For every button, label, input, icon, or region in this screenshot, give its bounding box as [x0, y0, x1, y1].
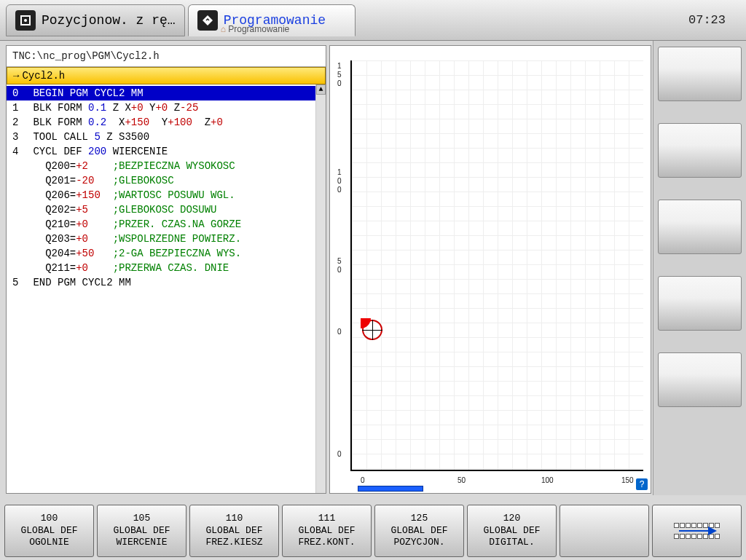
- softkey-125[interactable]: 125GLOBAL DEFPOZYCJON.: [374, 505, 464, 557]
- side-button-1[interactable]: [658, 47, 742, 101]
- code-line[interactable]: 4 CYCL DEF 200 WIERCENIE: [7, 144, 315, 159]
- axis-y: [350, 60, 352, 471]
- svg-point-1: [24, 19, 27, 22]
- file-path: TNC:\nc_prog\PGM\Cycl2.h: [7, 46, 326, 67]
- softkey-111[interactable]: 111GLOBAL DEFFREZ.KONT.: [282, 505, 372, 557]
- code-line[interactable]: Q200=+2 ;BEZPIECZNA WYSOKOSC: [7, 159, 315, 173]
- code-line[interactable]: 3 TOOL CALL 5 Z S3500: [7, 130, 315, 144]
- softkey-105[interactable]: 105GLOBAL DEFWIERCENIE: [97, 505, 186, 557]
- code-line[interactable]: Q211=+0 ;PRZERWA CZAS. DNIE: [7, 261, 315, 275]
- graphic-scrollbar[interactable]: [358, 486, 423, 492]
- axis-x: [350, 470, 643, 471]
- side-button-5[interactable]: [658, 352, 742, 407]
- code-line[interactable]: Q206=+150 ;WARTOSC POSUWU WGL.: [7, 188, 315, 202]
- arrow-right-icon: [679, 530, 715, 532]
- tab-icon: [15, 10, 36, 31]
- file-tab[interactable]: →Cycl2.h: [7, 67, 326, 84]
- code-line[interactable]: 1 BLK FORM 0.1 Z X+0 Y+0 Z-25: [7, 100, 315, 115]
- code-line[interactable]: 5 END PGM CYCL2 MM: [7, 275, 315, 290]
- softkey-120[interactable]: 120GLOBAL DEFDIGITAL.: [467, 505, 557, 557]
- clock: 07:23: [688, 13, 740, 27]
- code-line[interactable]: 0 BEGIN PGM CYCL2 MM: [7, 86, 315, 100]
- graphic-preview[interactable]: 0 1 5 0 1 0 0 5 0 0 0 50 100 150 ?: [329, 45, 651, 494]
- side-button-2[interactable]: [658, 123, 742, 178]
- side-button-3[interactable]: [658, 200, 742, 254]
- origin-marker: [362, 320, 382, 340]
- softkey-100[interactable]: 100GLOBAL DEFOGOLNIE: [4, 505, 94, 557]
- file-name: Cycl2.h: [22, 70, 65, 82]
- tab-label: Pozycjonow. z rę…: [42, 13, 176, 28]
- right-sidebar: [653, 41, 746, 495]
- code-line[interactable]: 2 BLK FORM 0.2 X+150 Y+100 Z+0: [7, 115, 315, 130]
- side-button-4[interactable]: [658, 276, 742, 331]
- code-line[interactable]: Q203=+0 ;WSPOLRZEDNE POWIERZ.: [7, 232, 315, 246]
- softkey-next-page[interactable]: [652, 505, 742, 557]
- tab-icon: [197, 10, 218, 31]
- code-line[interactable]: Q204=+50 ;2-GA BEZPIECZNA WYS.: [7, 246, 315, 261]
- top-bar: Pozycjonow. z rę… Programowanie ⌂ Progra…: [0, 0, 746, 41]
- tab-programming[interactable]: Programowanie ⌂ Programowanie: [188, 4, 356, 36]
- softkey-110[interactable]: 110GLOBAL DEFFREZ.KIESZ: [189, 505, 279, 557]
- tab-subtitle: ⌂ Programowanie: [221, 24, 290, 34]
- tab-positioning[interactable]: Pozycjonow. z rę…: [6, 4, 185, 36]
- help-icon[interactable]: ?: [636, 478, 648, 490]
- main-area: TNC:\nc_prog\PGM\Cycl2.h →Cycl2.h 0 BEGI…: [0, 41, 746, 495]
- code-pane: TNC:\nc_prog\PGM\Cycl2.h →Cycl2.h 0 BEGI…: [6, 45, 326, 494]
- code-editor[interactable]: 0 BEGIN PGM CYCL2 MM1 BLK FORM 0.1 Z X+0…: [7, 84, 315, 493]
- grid-background: [352, 60, 643, 471]
- softkey-empty[interactable]: [560, 505, 649, 557]
- scrollbar-vertical[interactable]: ▲: [315, 84, 326, 493]
- code-line[interactable]: Q210=+0 ;PRZER. CZAS.NA GORZE: [7, 217, 315, 232]
- y-origin-label: 0: [337, 328, 342, 336]
- code-line[interactable]: Q201=-20 ;GLEBOKOSC: [7, 173, 315, 188]
- softkey-bar: 100GLOBAL DEFOGOLNIE 105GLOBAL DEFWIERCE…: [4, 505, 742, 557]
- code-line[interactable]: Q202=+5 ;GLEBOKOSC DOSUWU: [7, 202, 315, 217]
